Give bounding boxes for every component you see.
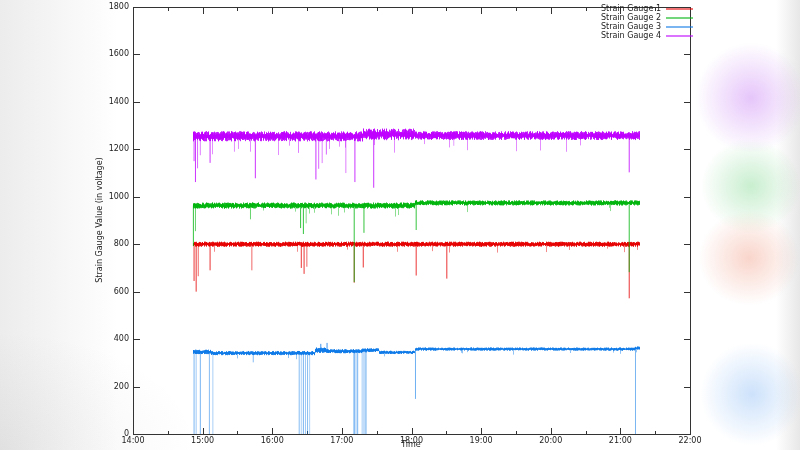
y-tick-label: 800 <box>89 240 129 248</box>
x-tick-label: 14:00 <box>113 437 153 445</box>
legend-line-sample <box>666 8 693 10</box>
legend-line-sample <box>666 26 693 28</box>
y-tick-label: 600 <box>89 288 129 296</box>
y-tick-label: 200 <box>89 383 129 391</box>
x-tick-label: 22:00 <box>670 437 710 445</box>
y-tick-label: 400 <box>89 335 129 343</box>
x-tick-label: 18:00 <box>392 437 432 445</box>
x-tick-label: 17:00 <box>322 437 362 445</box>
legend-label: Strain Gauge 1 <box>601 4 661 13</box>
y-tick-label: 1800 <box>89 3 129 11</box>
legend-item: Strain Gauge 4 <box>505 31 693 40</box>
y-tick-label: 1200 <box>89 145 129 153</box>
x-tick-label: 20:00 <box>531 437 571 445</box>
legend-line-sample <box>666 35 693 37</box>
x-tick-label: 16:00 <box>252 437 292 445</box>
legend-label: Strain Gauge 2 <box>601 13 661 22</box>
legend-item: Strain Gauge 2 <box>505 13 693 22</box>
y-tick-label: 0 <box>89 430 129 438</box>
screenshot-root: { "chart_data": { "type": "line", "title… <box>0 0 800 450</box>
y-tick-label: 1000 <box>89 193 129 201</box>
legend-line-sample <box>666 17 693 19</box>
x-tick-label: 15:00 <box>183 437 223 445</box>
legend-label: Strain Gauge 4 <box>601 31 661 40</box>
legend-item: Strain Gauge 1 <box>505 4 693 13</box>
y-tick-label: 1400 <box>89 98 129 106</box>
legend-item: Strain Gauge 3 <box>505 22 693 31</box>
x-tick-label: 21:00 <box>600 437 640 445</box>
y-axis-title: Strain Gauge Value (in voltage) <box>95 157 104 282</box>
legend-label: Strain Gauge 3 <box>601 22 661 31</box>
x-tick-label: 19:00 <box>461 437 501 445</box>
chart-legend: Strain Gauge 1Strain Gauge 2Strain Gauge… <box>505 4 693 40</box>
y-tick-label: 1600 <box>89 50 129 58</box>
